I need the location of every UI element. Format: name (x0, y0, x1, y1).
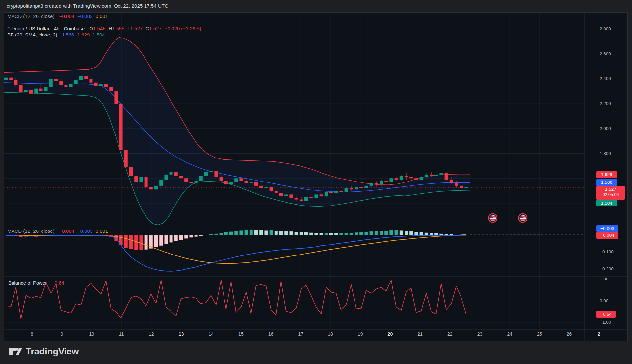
macd-pane-signal-value: 0.001 (96, 228, 108, 234)
time-axis-label: 25 (537, 331, 542, 337)
attribution-text: cryptopolitanpa3 created with TradingVie… (7, 3, 168, 9)
us-flag-event-icon[interactable] (518, 214, 527, 222)
time-axis-label: 16 (268, 331, 274, 337)
time-axis-label: 19 (358, 331, 363, 337)
bop-legend-value: −0.64 (52, 280, 64, 286)
price-axis-label: 2.400 (600, 76, 611, 81)
high-label: H (109, 26, 112, 31)
tradingview-brand-text: TradingView (26, 346, 79, 357)
countdown-timer: 02:05:06 (596, 192, 625, 198)
price-axis-label: 2.800 (600, 26, 611, 32)
macd-axis-label: −0.100 (600, 249, 614, 255)
macd-legend-top[interactable]: MACD (12, 26, close) −0.004 −0.003 0.001 (7, 13, 108, 19)
bop-value-badge: −0.64 (596, 311, 616, 318)
bop-axis-label: 0.00 (600, 298, 608, 303)
time-axis-label: 26 (567, 331, 572, 337)
macd-axis-label: −0.200 (600, 266, 614, 272)
macd-legend-pane[interactable]: MACD (12, 26, close) −0.004 −0.003 0.001 (7, 228, 108, 234)
open-value: 1.545 (93, 26, 106, 31)
tradingview-brand[interactable]: TradingView (9, 345, 79, 358)
time-axis-label: 11 (119, 331, 124, 337)
close-value: 1.527 (149, 26, 162, 31)
time-axis-label: 9 (61, 331, 63, 337)
price-axis-label: 2.200 (600, 101, 611, 106)
time-axis-label: 23 (477, 331, 483, 337)
bop-legend-label: Balance of Power (8, 280, 47, 286)
time-axis-label: 24 (507, 331, 512, 337)
price-axis-label: 2.600 (600, 51, 611, 57)
macd-signal-value: 0.001 (96, 13, 108, 19)
time-axis-label: 2 (598, 331, 600, 337)
macd-hist-badge: −0.004 (596, 232, 618, 239)
bop-axis-label: 1.00 (600, 277, 608, 282)
time-axis-label: 14 (208, 331, 214, 337)
macd-legend-label: MACD (12, 26, close) (7, 13, 54, 19)
bop-legend[interactable]: Balance of Power −0.64 (8, 280, 64, 286)
time-axis-label: 12 (149, 331, 154, 337)
price-axis-label: 2.000 (600, 126, 611, 131)
price-badge: 1.629 (596, 171, 617, 178)
time-axis-label: 17 (298, 331, 303, 337)
bb-legend[interactable]: BB (20, SMA, close, 2) 1.566 1.629 1.504 (7, 32, 105, 37)
symbol-title: Filecoin / US Dollar · 4h · Coinbase (7, 26, 85, 31)
close-label: C (145, 26, 149, 31)
macd-line-badge: −0.003 (596, 225, 618, 232)
bb-lower-value: 1.504 (92, 32, 105, 37)
macd-line-value: −0.003 (77, 13, 92, 19)
chart-canvas[interactable] (0, 0, 632, 364)
us-flag-event-icon[interactable] (488, 214, 497, 222)
time-axis-label: 10 (89, 331, 94, 337)
low-label: L (127, 26, 130, 31)
price-badge: 1.52702:05:06 (596, 186, 625, 200)
open-label: O (89, 26, 93, 31)
macd-hist-value: −0.004 (59, 13, 74, 19)
time-axis-label: 15 (238, 331, 244, 337)
time-axis-label: 22 (447, 331, 453, 337)
time-axis-label: 13 (179, 331, 184, 337)
low-value: 1.527 (130, 26, 143, 31)
price-axis-label: 1.800 (600, 151, 611, 156)
high-value: 1.555 (112, 26, 125, 31)
symbol-legend[interactable]: Filecoin / US Dollar · 4h · Coinbase O1.… (7, 26, 201, 31)
bop-axis-label: −1.00 (600, 320, 611, 325)
macd-pane-label: MACD (12, 26, close) (7, 228, 54, 234)
time-axis-label: 20 (388, 331, 393, 337)
time-axis-label: 8 (31, 331, 33, 337)
macd-pane-hist-value: −0.004 (59, 228, 74, 234)
price-badge: 1.566 (596, 179, 617, 186)
price-badge: 1.504 (596, 200, 617, 206)
bb-upper-value: 1.629 (77, 32, 90, 37)
bb-legend-label: BB (20, SMA, close, 2) (7, 32, 57, 37)
macd-pane-line-value: −0.003 (77, 228, 92, 234)
time-axis-label: 21 (417, 331, 423, 337)
time-axis-label: 18 (328, 331, 333, 337)
bb-basis-value: 1.566 (62, 32, 74, 37)
change-value: −0.020 (−1.29%) (165, 26, 201, 31)
tradingview-logo-icon (9, 345, 22, 358)
tradingview-snapshot: cryptopolitanpa3 created with TradingVie… (0, 0, 632, 364)
